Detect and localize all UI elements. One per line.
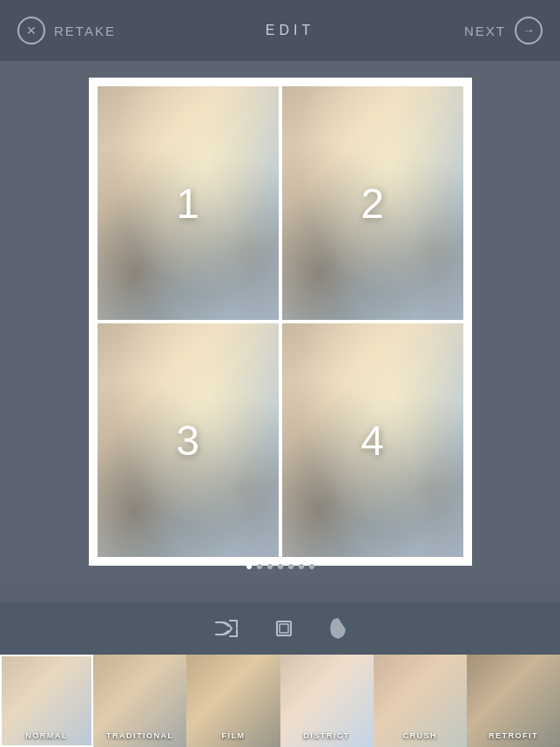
dot-7[interactable] bbox=[309, 564, 314, 569]
next-arrow-icon: → bbox=[515, 17, 543, 44]
filter-label-traditional: TRADITIONAL bbox=[106, 731, 174, 740]
filter-normal[interactable]: NORMAL bbox=[0, 655, 93, 747]
retake-label: RETAKE bbox=[54, 24, 116, 38]
dot-1[interactable] bbox=[246, 564, 252, 569]
photo-cell-2[interactable]: 2 bbox=[282, 86, 463, 320]
crop-button[interactable] bbox=[273, 618, 294, 639]
dot-4[interactable] bbox=[278, 564, 283, 569]
photo-canvas: 1 2 3 4 bbox=[0, 61, 560, 581]
filter-crush[interactable]: CRUSH bbox=[374, 655, 467, 747]
photo-number-1: 1 bbox=[176, 179, 199, 227]
drop-icon bbox=[329, 617, 347, 640]
filter-film[interactable]: FILM bbox=[186, 655, 280, 747]
dot-2[interactable] bbox=[257, 564, 262, 569]
header: ✕ RETAKE EDIT NEXT → bbox=[0, 0, 560, 61]
shuffle-button[interactable] bbox=[214, 619, 239, 638]
filter-label-normal: NORMAL bbox=[25, 731, 68, 740]
photo-number-2: 2 bbox=[361, 179, 384, 227]
color-drop-button[interactable] bbox=[329, 617, 347, 640]
photo-cell-1[interactable]: 1 bbox=[98, 86, 279, 320]
photo-grid: 1 2 3 4 bbox=[89, 78, 472, 566]
dot-3[interactable] bbox=[267, 564, 273, 569]
crop-icon bbox=[273, 618, 294, 639]
filter-label-film: FILM bbox=[221, 731, 245, 740]
photo-number-4: 4 bbox=[361, 416, 384, 464]
toolbar bbox=[0, 602, 560, 655]
retake-button[interactable]: ✕ RETAKE bbox=[17, 17, 116, 44]
photo-number-3: 3 bbox=[176, 416, 199, 464]
svg-rect-1 bbox=[280, 624, 288, 633]
dot-5[interactable] bbox=[288, 564, 293, 569]
filter-traditional[interactable]: TRADITIONAL bbox=[93, 655, 186, 747]
next-button[interactable]: NEXT → bbox=[464, 17, 543, 44]
filter-label-crush: CRUSH bbox=[403, 731, 438, 740]
filter-retrofit[interactable]: RETROFIT bbox=[467, 655, 560, 747]
retake-close-icon: ✕ bbox=[17, 17, 45, 44]
filter-strip: NORMAL TRADITIONAL FILM DISTRICT CRUSH R… bbox=[0, 655, 560, 747]
dot-6[interactable] bbox=[299, 564, 304, 569]
next-label: NEXT bbox=[464, 24, 506, 38]
pagination-dots bbox=[0, 557, 560, 576]
filter-label-district: DISTRICT bbox=[303, 731, 350, 740]
filter-district[interactable]: DISTRICT bbox=[280, 655, 374, 747]
filter-label-retrofit: RETROFIT bbox=[489, 731, 538, 740]
shuffle-icon bbox=[214, 619, 239, 638]
photo-cell-4[interactable]: 4 bbox=[282, 323, 463, 557]
page-title: EDIT bbox=[266, 23, 314, 38]
photo-cell-3[interactable]: 3 bbox=[98, 323, 279, 557]
